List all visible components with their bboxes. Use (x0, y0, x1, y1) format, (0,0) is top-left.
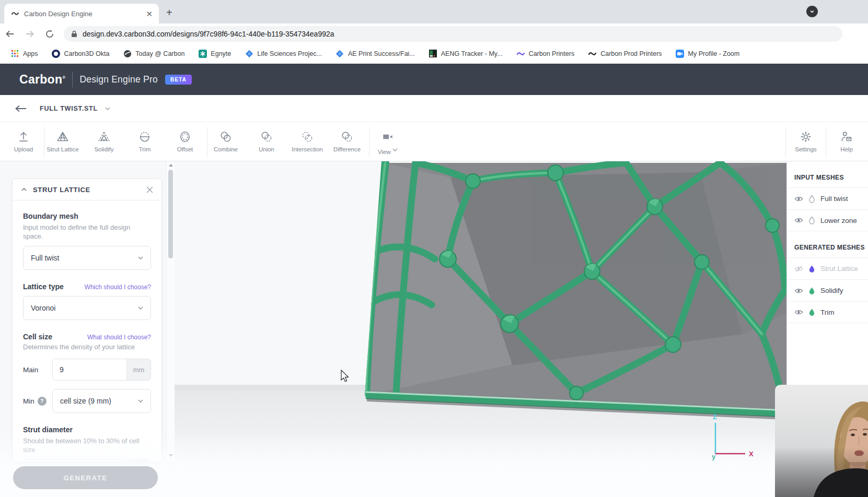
cell-size-help-link[interactable]: What should I choose? (87, 334, 151, 341)
mesh-row-solidify[interactable]: Solidify (787, 279, 868, 301)
back-arrow-icon[interactable] (15, 104, 27, 113)
panel-header: STRUT LATTICE (13, 179, 161, 200)
mesh-label: Lower zone (820, 217, 857, 224)
eye-off-icon[interactable] (794, 265, 803, 273)
bookmark-carbon-printers[interactable]: Carbon Printers (516, 49, 575, 58)
offset-icon (178, 130, 192, 144)
min-help-icon[interactable]: ? (38, 397, 47, 406)
mesh-row-lower-zone[interactable]: Lower zone (787, 209, 868, 231)
tool-union[interactable]: Union (247, 128, 286, 152)
main-cell-size-input[interactable] (53, 359, 126, 380)
bookmark-ae-print[interactable]: AE Print Success/Fai... (335, 49, 415, 58)
okta-icon (52, 49, 61, 58)
generate-button[interactable]: GENERATE (13, 466, 158, 489)
mesh-label: Strut Lattice (820, 265, 858, 273)
file-bar: FULL TWIST.STL (0, 95, 868, 122)
apps-grid-icon (10, 49, 19, 58)
bookmark-label: Today @ Carbon (135, 50, 184, 57)
input-meshes-header: INPUT MESHES (787, 161, 868, 187)
lattice-type-help-link[interactable]: Which should I choose? (85, 283, 151, 291)
carbon-favicon-icon (10, 9, 19, 18)
generated-meshes-header: GENERATED MESHES (787, 231, 868, 257)
webcam-overlay (775, 385, 868, 497)
bookmark-label: My Profile - Zoom (688, 50, 740, 57)
tool-help[interactable]: Help (827, 128, 866, 152)
main-unit: mm (126, 359, 151, 380)
tool-view[interactable]: View (368, 128, 408, 155)
tab-close-icon[interactable]: ✕ (146, 10, 153, 18)
forward-icon[interactable] (20, 29, 40, 39)
bookmark-label: AE Print Success/Fai... (348, 50, 415, 57)
boundary-mesh-value: Full twist (31, 254, 138, 262)
view-camera-icon (381, 130, 395, 144)
gear-icon (799, 130, 813, 144)
new-tab-button[interactable]: + (166, 7, 172, 18)
tool-offset[interactable]: Offset (165, 128, 205, 152)
close-icon[interactable] (146, 186, 153, 193)
tool-settings[interactable]: Settings (786, 128, 826, 152)
upload-icon (17, 130, 30, 144)
bookmark-label: Egnyte (211, 50, 231, 57)
url-bar[interactable]: design.dev3.carbon3d.com/designs/9f7c98f… (64, 26, 842, 42)
boundary-mesh-select[interactable]: Full twist (23, 246, 151, 270)
combine-icon (219, 130, 233, 144)
cell-size-description: Determines the density of your lattice (23, 342, 151, 351)
file-menu-caret-icon[interactable] (105, 107, 110, 110)
intersection-icon (300, 130, 314, 144)
mesh-row-strut-lattice[interactable]: Strut Lattice (787, 257, 868, 279)
eye-icon[interactable] (794, 195, 803, 203)
min-cell-size-value: cell size (9 mm) (60, 397, 138, 405)
chevron-down-icon (138, 306, 143, 310)
tab-title: Carbon Design Engine (24, 10, 141, 18)
product-name: Design Engine Pro (80, 74, 158, 85)
bookmark-okta[interactable]: Carbon3D Okta (52, 49, 110, 58)
mesh-droplet-icon (808, 216, 815, 224)
lattice-type-label: Lattice type (23, 282, 64, 291)
bookmark-egnyte[interactable]: Egnyte (198, 49, 231, 58)
tool-upload[interactable]: Upload (4, 128, 43, 152)
axis-y-label: y (712, 453, 716, 460)
bookmark-today-carbon[interactable]: Today @ Carbon (123, 49, 184, 58)
carbon-logo: Carbon® (19, 73, 66, 87)
lattice-type-select[interactable]: Voronoi (23, 296, 151, 320)
min-cell-size-select[interactable]: cell size (9 mm) (52, 389, 151, 413)
eye-icon[interactable] (794, 217, 803, 224)
axes-gizmo: Z X y (700, 407, 763, 465)
chevron-down-icon (138, 399, 143, 403)
tool-strut-lattice[interactable]: Strut Lattice (43, 128, 83, 152)
bookmark-label: Carbon3D Okta (64, 50, 110, 57)
bookmark-label: Apps (23, 50, 38, 57)
mesh-row-trim[interactable]: Trim (787, 301, 868, 323)
diamond-icon (335, 49, 344, 58)
tool-intersection[interactable]: Intersection (287, 128, 327, 152)
tool-trim[interactable]: Trim (125, 128, 165, 152)
collapse-chevron-icon[interactable] (21, 188, 27, 191)
app-header: Carbon® Design Engine Pro BETA (0, 64, 868, 95)
mesh-row-full-twist[interactable]: Full twist (787, 187, 868, 209)
panel-scrollbar[interactable] (166, 161, 175, 461)
trim-icon (138, 130, 152, 144)
boundary-mesh-description: Input model to define the full design sp… (23, 223, 151, 241)
strut-lattice-panel: STRUT LATTICE Boundary mesh Input model … (12, 179, 162, 463)
back-icon[interactable] (0, 29, 20, 39)
bookmark-life-sciences[interactable]: Life Sciences Projec... (245, 49, 322, 58)
reload-icon[interactable] (40, 29, 60, 39)
mesh-label: Solidify (820, 287, 843, 294)
header-divider (72, 72, 73, 87)
bookmark-apps[interactable]: Apps (10, 49, 38, 58)
axis-z-label: Z (713, 413, 717, 421)
browser-tab[interactable]: Carbon Design Engine ✕ (4, 4, 159, 23)
browser-profile-icon[interactable] (806, 6, 818, 17)
bookmark-aeng-tracker[interactable]: AENG Tracker - My... (429, 49, 503, 58)
build-plate-edge (167, 385, 376, 390)
scrollbar-thumb[interactable] (168, 170, 173, 258)
eye-icon[interactable] (794, 309, 803, 316)
tool-difference[interactable]: Difference (327, 128, 367, 152)
bookmark-zoom[interactable]: My Profile - Zoom (676, 49, 740, 58)
solidify-icon (97, 130, 111, 144)
tool-solidify[interactable]: Solidify (84, 128, 124, 152)
bookmark-carbon-prod-printers[interactable]: Carbon Prod Printers (588, 49, 662, 58)
eye-icon[interactable] (794, 287, 803, 294)
scroll-up-icon[interactable] (169, 164, 173, 167)
tool-combine[interactable]: Combine (206, 128, 246, 152)
